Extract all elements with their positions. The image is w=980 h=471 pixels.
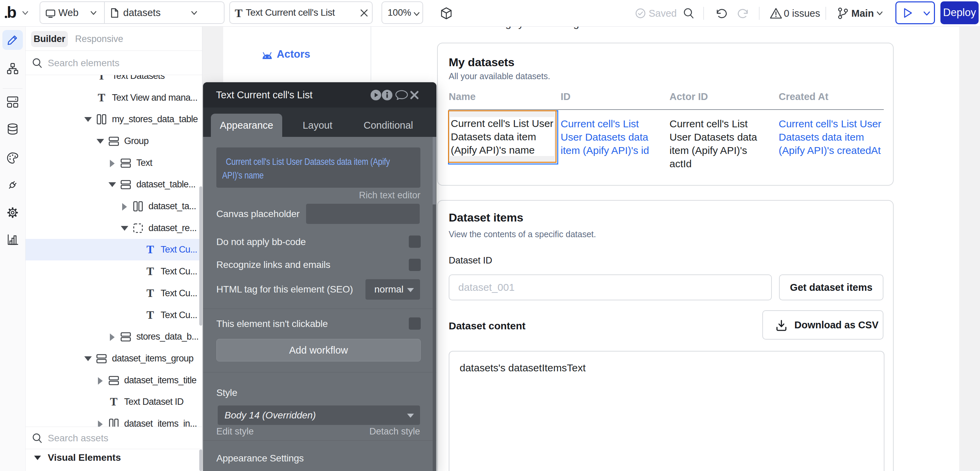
search-elements-row: Search elements (25, 51, 202, 75)
workflow-sitemap-icon[interactable] (7, 63, 18, 75)
search-elements-icon (32, 58, 42, 68)
cell-created-at[interactable]: Current cell's List User Datasets data i… (779, 117, 888, 157)
preview-cube-icon[interactable] (441, 7, 452, 19)
rich-text-field[interactable]: Current cell's List User Datasets data i… (216, 148, 420, 188)
tree-item-text-view-and-mana[interactable]: TText View and mana... (25, 87, 202, 108)
settings-gear-icon[interactable] (7, 207, 18, 218)
tree-item-text-cu[interactable]: TText Cu... (25, 239, 202, 260)
caret-right-icon[interactable] (122, 203, 127, 211)
bubble-logo[interactable]: b (7, 3, 22, 23)
tab-responsive[interactable]: Responsive (75, 31, 123, 47)
search-elements-input[interactable]: Search elements (48, 51, 119, 75)
links-emails-checkbox[interactable] (409, 259, 421, 271)
search-icon[interactable] (684, 8, 694, 19)
actors-nav-item[interactable]: Actors (262, 51, 273, 59)
tree-item-text-cu[interactable]: TText Cu... (25, 283, 202, 304)
components-blocks-icon[interactable] (7, 96, 18, 108)
branch-chevron-down-icon[interactable] (876, 10, 884, 17)
tree-item-text-dataset-id[interactable]: TText Dataset ID (25, 391, 202, 413)
redo-icon[interactable] (737, 8, 750, 19)
cell-name[interactable]: Current cell's List User Datasets data i… (451, 117, 555, 157)
page-chevron-down-icon[interactable] (190, 10, 198, 16)
rich-text-editor-link[interactable]: Rich text editor (359, 190, 420, 200)
selected-element-chip[interactable]: T Text Current cell's List (229, 2, 372, 24)
page-select-label[interactable]: datasets (123, 7, 161, 18)
cell-id[interactable]: Current cell's List User Datasets data i… (561, 117, 656, 157)
data-database-icon[interactable] (7, 123, 18, 135)
tree-item-stores-data-b[interactable]: stores_data_b... (25, 326, 202, 347)
caret-right-icon[interactable] (110, 333, 115, 341)
style-dropdown[interactable]: Body 14 (Overridden) (218, 406, 420, 425)
platform-select-label[interactable]: Web (58, 7, 78, 18)
tree-item-dataset-table[interactable]: dataset_table... (25, 174, 202, 195)
caret-right-icon[interactable] (98, 377, 103, 385)
inspector-info-icon[interactable] (382, 90, 392, 100)
design-pencil-icon[interactable] (7, 34, 18, 45)
not-clickable-checkbox[interactable] (409, 317, 421, 330)
caret-right-icon[interactable] (98, 420, 103, 426)
tree-item-text-cu[interactable]: TText Cu... (25, 304, 202, 326)
platform-chevron-down-icon[interactable] (90, 10, 97, 16)
html-tag-dropdown[interactable]: normal (366, 279, 420, 300)
tab-conditional[interactable]: Conditional (353, 114, 424, 137)
preview-button[interactable] (896, 2, 935, 24)
visual-elements-section[interactable]: Visual Elements (25, 449, 202, 471)
edit-style-link[interactable]: Edit style (216, 426, 254, 437)
caret-down-icon[interactable] (108, 182, 116, 187)
caret-right-icon[interactable] (110, 160, 115, 167)
tab-builder[interactable]: Builder (31, 31, 68, 47)
tree-item-dataset-items-in[interactable]: dataset_items_in... (25, 413, 202, 426)
caret-down-icon[interactable] (97, 139, 104, 144)
bb-code-checkbox[interactable] (409, 236, 421, 248)
actors-label: Actors (277, 48, 310, 60)
inspector-titlebar[interactable]: Text Current cell's List (203, 82, 436, 108)
tree-item-group[interactable]: Group (25, 130, 202, 152)
selector-divider (104, 2, 105, 23)
selected-cell-orange-highlight[interactable]: Current cell's List User Datasets data i… (448, 110, 557, 163)
caret-down-icon[interactable] (84, 117, 92, 122)
tree-item-dataset-ta[interactable]: dataset_ta... (25, 196, 202, 217)
download-csv-button[interactable]: Download as CSV (762, 310, 883, 340)
tab-appearance[interactable]: Appearance (211, 114, 282, 137)
tree-item-dataset-re[interactable]: dataset_re... (25, 217, 202, 239)
tree-item-text-datasets[interactable]: TText Datasets (25, 75, 202, 87)
search-assets-input[interactable]: Search assets (48, 427, 108, 449)
styles-palette-icon[interactable] (7, 152, 18, 164)
assets-scrollbar-thumb[interactable] (199, 449, 202, 471)
canvas-placeholder-input[interactable] (306, 204, 420, 224)
caret-down-icon[interactable] (121, 226, 128, 231)
preview-chevron-down-icon[interactable] (922, 10, 931, 18)
cell-actor-id[interactable]: Current cell's List User Datasets data i… (670, 117, 765, 170)
dataset-content-box[interactable]: datasets's datasetItemsText (449, 351, 885, 471)
branch-name[interactable]: Main (851, 8, 874, 19)
tree-item-label: dataset_items_in... (124, 413, 197, 426)
inspector-close-icon[interactable] (410, 91, 419, 100)
element-chip-close-icon[interactable] (360, 8, 369, 18)
dataset-id-input[interactable]: dataset_001 (449, 274, 772, 300)
html-tag-label: HTML tag for this element (SEO) (216, 284, 353, 295)
style-caret-icon (407, 414, 414, 418)
logo-chevron-down-icon[interactable] (21, 9, 29, 17)
tree-item-text-cu[interactable]: TText Cu... (25, 261, 202, 282)
tree-item-my-stores-data-table[interactable]: my_stores_data_table (25, 108, 202, 130)
issues-count[interactable]: 0 issues (784, 8, 820, 19)
inspector-comment-icon[interactable] (395, 90, 408, 101)
tab-layout[interactable]: Layout (282, 114, 353, 137)
tree-item-dataset-items-title[interactable]: dataset_items_title (25, 370, 202, 391)
inspector-play-icon[interactable] (371, 90, 381, 100)
get-dataset-items-button[interactable]: Get dataset items (779, 274, 883, 300)
caret-down-icon[interactable] (84, 356, 92, 361)
tree-item-text[interactable]: Text (25, 152, 202, 174)
logs-chart-icon[interactable] (7, 234, 18, 245)
tree-item-dataset-items-group[interactable]: dataset_items_group (25, 348, 202, 369)
add-workflow-button[interactable]: Add workflow (216, 339, 421, 361)
detach-style-link[interactable]: Detach style (369, 426, 420, 437)
dataset-items-subtitle: View the contents of a specific dataset. (449, 229, 596, 239)
col-header-created-at: Created At (779, 91, 829, 102)
deploy-button[interactable]: Deploy (940, 2, 978, 24)
inspector-scrollbar-thumb[interactable] (433, 137, 436, 204)
zoom-selector[interactable]: 100% (382, 2, 423, 24)
undo-icon[interactable] (715, 8, 728, 19)
tree-scrollbar-thumb[interactable] (199, 186, 202, 326)
plugins-plug-icon[interactable] (7, 179, 18, 191)
